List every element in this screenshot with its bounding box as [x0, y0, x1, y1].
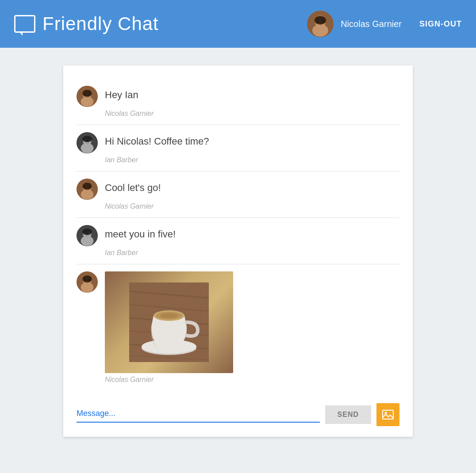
image-upload-button[interactable] — [376, 403, 399, 426]
chat-container: Hey Ian Nicolas Garnier Hi Nicolas! Coff… — [63, 65, 413, 437]
message-sender: Ian Barber — [105, 156, 399, 164]
svg-point-17 — [88, 140, 90, 141]
message-text: Hey Ian — [105, 86, 138, 101]
message-sender: Nicolas Garnier — [105, 110, 399, 118]
message-row: Cool let's go! — [77, 179, 399, 200]
app-logo: Friendly Chat — [14, 13, 307, 34]
svg-point-26 — [82, 229, 92, 235]
svg-point-21 — [81, 189, 94, 199]
svg-point-4 — [317, 19, 319, 22]
message-text: Hi Nicolas! Coffee time? — [105, 132, 209, 147]
svg-point-3 — [312, 24, 328, 37]
message-item: meet you in five! Ian Barber — [77, 218, 399, 264]
svg-point-14 — [82, 136, 92, 142]
svg-point-27 — [81, 236, 94, 246]
svg-point-29 — [88, 233, 90, 234]
input-area: SEND — [77, 403, 399, 426]
message-item: Cool let's go! Nicolas Garnier — [77, 172, 399, 218]
svg-point-10 — [84, 93, 86, 95]
message-avatar — [77, 86, 98, 107]
message-avatar — [77, 132, 98, 153]
user-info: Nicolas Garnier SIGN-OUT — [307, 11, 462, 37]
svg-point-28 — [84, 233, 86, 234]
message-row: Hey Ian — [77, 86, 399, 107]
svg-point-9 — [81, 96, 94, 107]
svg-point-20 — [82, 183, 92, 190]
message-avatar — [77, 271, 98, 293]
svg-point-22 — [84, 186, 86, 188]
svg-point-8 — [82, 90, 92, 97]
message-text: meet you in five! — [105, 225, 176, 240]
message-item: Nicolas Garnier — [77, 264, 399, 391]
user-avatar — [307, 11, 334, 37]
svg-point-16 — [84, 140, 86, 141]
svg-point-5 — [322, 19, 324, 22]
image-icon — [382, 408, 394, 421]
message-row: Hi Nicolas! Coffee time? — [77, 132, 399, 153]
svg-point-47 — [160, 313, 178, 318]
svg-point-34 — [84, 278, 86, 281]
svg-point-35 — [88, 278, 90, 281]
svg-point-11 — [88, 93, 90, 95]
message-avatar — [77, 225, 98, 246]
svg-point-2 — [315, 16, 326, 25]
svg-point-23 — [88, 186, 90, 188]
send-button[interactable]: SEND — [325, 405, 371, 424]
input-underline — [77, 422, 320, 423]
svg-point-15 — [81, 143, 94, 153]
message-sender: Ian Barber — [105, 249, 399, 257]
svg-point-33 — [81, 282, 94, 292]
svg-rect-48 — [383, 410, 393, 419]
svg-point-32 — [82, 275, 92, 282]
message-image — [105, 271, 233, 373]
message-input-wrapper — [77, 407, 320, 423]
message-row — [77, 271, 399, 373]
app-title: Friendly Chat — [42, 13, 159, 34]
message-sender: Nicolas Garnier — [105, 376, 399, 384]
user-name: Nicolas Garnier — [341, 19, 402, 29]
main-content: Hey Ian Nicolas Garnier Hi Nicolas! Coff… — [0, 48, 476, 454]
app-header: Friendly Chat Nicolas Garnier SIGN-OUT — [0, 0, 476, 48]
message-item: Hey Ian Nicolas Garnier — [77, 79, 399, 125]
sign-out-button[interactable]: SIGN-OUT — [419, 19, 462, 29]
svg-point-49 — [385, 412, 387, 414]
message-avatar — [77, 179, 98, 200]
message-text: Cool let's go! — [105, 179, 161, 194]
message-item: Hi Nicolas! Coffee time? Ian Barber — [77, 125, 399, 172]
message-sender: Nicolas Garnier — [105, 202, 399, 210]
messages-list: Hey Ian Nicolas Garnier Hi Nicolas! Coff… — [77, 79, 399, 391]
message-row: meet you in five! — [77, 225, 399, 246]
message-input[interactable] — [77, 407, 320, 420]
chat-icon — [14, 15, 35, 33]
